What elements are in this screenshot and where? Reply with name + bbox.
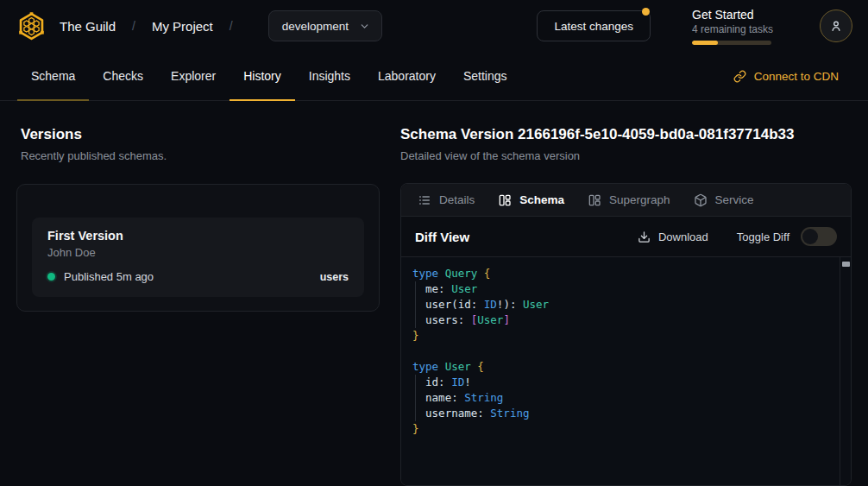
main-content: Versions Recently published schemas. Fir… (0, 101, 868, 486)
latest-changes-label: Latest changes (554, 20, 633, 33)
breadcrumb-project[interactable]: My Project (152, 19, 213, 34)
tab-insights[interactable]: Insights (295, 52, 364, 100)
breadcrumb-org[interactable]: The Guild (60, 19, 116, 34)
tab-underline (89, 99, 157, 101)
toggle-diff-label: Toggle Diff (737, 230, 789, 243)
get-started-widget[interactable]: Get Started 4 remaining tasks (692, 8, 771, 45)
app-header: The Guild / My Project / development Lat… (0, 0, 868, 52)
tab-label: Insights (309, 69, 350, 83)
tab-label: Settings (463, 69, 507, 83)
schema-version-panel: Schema Version 2166196f-5e10-4059-bd0a-0… (400, 101, 868, 486)
get-started-subtitle: 4 remaining tasks (692, 23, 771, 35)
schema-detail-card: Details Schema (400, 183, 852, 486)
tab-underline (364, 99, 450, 101)
breadcrumb-separator: / (132, 19, 135, 33)
get-started-title: Get Started (692, 8, 771, 22)
primary-nav: Schema Checks Explorer History Insights … (0, 52, 868, 101)
download-icon (638, 230, 651, 243)
download-label: Download (658, 230, 708, 243)
get-started-progress-fill (692, 41, 718, 45)
latest-changes-button[interactable]: Latest changes (537, 10, 651, 41)
tab-label: Service (715, 193, 754, 206)
tab-underline (157, 99, 230, 101)
tab-history[interactable]: History (230, 52, 295, 100)
switch-knob (802, 229, 818, 244)
version-title: First Version (47, 229, 349, 243)
tab-label: Checks (103, 69, 143, 83)
code-scrollbar (840, 257, 851, 485)
person-icon (828, 18, 844, 34)
version-card[interactable]: First Version John Doe Published 5m ago … (32, 218, 364, 297)
schema-code-viewer[interactable]: type Query { me: User user(id: ID!): Use… (401, 257, 851, 485)
breadcrumb-separator: / (230, 19, 233, 33)
tab-details[interactable]: Details (418, 193, 475, 207)
user-avatar[interactable] (820, 9, 852, 42)
tab-label: Schema (31, 69, 75, 83)
tab-underline (295, 99, 364, 101)
tab-schema[interactable]: Schema (17, 52, 89, 100)
tab-underline (230, 99, 295, 101)
tab-label: Details (439, 193, 475, 206)
version-status: Published 5m ago (64, 270, 154, 283)
version-service-badge: users (320, 271, 349, 283)
connect-to-cdn-label: Connect to CDN (754, 70, 839, 83)
target-selector-dropdown[interactable]: development (268, 10, 382, 41)
target-selector-value: development (282, 20, 349, 33)
code-block: type Query { me: User user(id: ID!): Use… (412, 266, 828, 437)
tab-service[interactable]: Service (694, 193, 754, 207)
connect-to-cdn-button[interactable]: Connect to CDN (733, 70, 851, 83)
download-button[interactable]: Download (638, 230, 708, 243)
version-meta-row: Published 5m ago users (47, 270, 349, 283)
scrollbar-thumb[interactable] (842, 262, 850, 267)
get-started-progress-track (692, 41, 771, 45)
tab-settings[interactable]: Settings (450, 52, 521, 100)
tab-underline (17, 99, 89, 101)
tab-explorer[interactable]: Explorer (157, 52, 230, 100)
toggle-diff-switch[interactable] (801, 227, 837, 246)
link-icon (733, 70, 746, 83)
notification-dot (642, 8, 650, 16)
versions-title: Versions (16, 126, 380, 143)
columns-icon (588, 193, 601, 207)
tab-label: Schema (519, 193, 564, 206)
tab-schema-view[interactable]: Schema (498, 193, 564, 207)
tab-underline (450, 99, 521, 101)
tab-supergraph[interactable]: Supergraph (588, 193, 670, 207)
versions-list-container: First Version John Doe Published 5m ago … (16, 184, 380, 312)
list-icon (418, 193, 431, 207)
tab-checks[interactable]: Checks (89, 52, 157, 100)
schema-version-subtitle: Detailed view of the schema version (400, 149, 852, 162)
cube-icon (694, 193, 708, 207)
hive-logo-icon[interactable] (16, 10, 47, 42)
tab-label: Explorer (171, 69, 216, 83)
tab-label: Supergraph (609, 193, 670, 206)
header-right-cluster: Latest changes Get Started 4 remaining t… (537, 8, 852, 45)
versions-subtitle: Recently published schemas. (16, 149, 380, 162)
published-status-dot (47, 273, 55, 281)
chevron-down-icon (359, 21, 370, 32)
diff-toolbar: Diff View Download Toggle Diff (401, 217, 851, 257)
version-author: John Doe (47, 246, 349, 259)
columns-icon (498, 193, 512, 207)
diff-view-title: Diff View (415, 230, 469, 244)
versions-panel: Versions Recently published schemas. Fir… (0, 101, 400, 486)
diff-actions: Download Toggle Diff (638, 227, 837, 246)
schema-detail-tabs: Details Schema (401, 184, 851, 217)
tab-laboratory[interactable]: Laboratory (364, 52, 450, 100)
schema-version-title: Schema Version 2166196f-5e10-4059-bd0a-0… (400, 126, 852, 143)
tab-label: History (243, 69, 281, 83)
tab-label: Laboratory (378, 69, 436, 83)
